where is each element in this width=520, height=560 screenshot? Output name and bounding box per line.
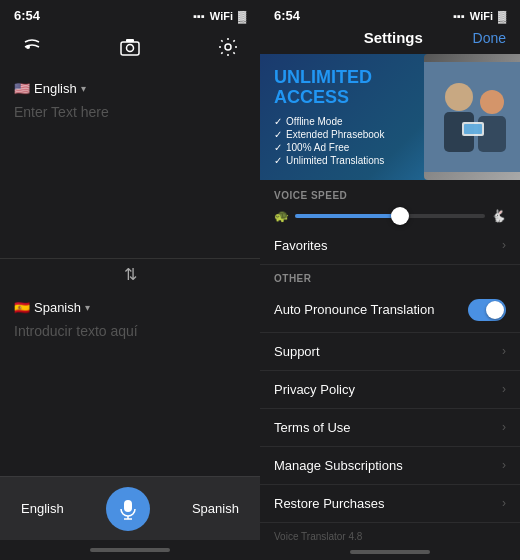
privacy-policy-label: Privacy Policy bbox=[274, 382, 355, 397]
manage-subscriptions-chevron-icon: › bbox=[502, 458, 506, 472]
privacy-policy-menu-item[interactable]: Privacy Policy › bbox=[260, 371, 520, 409]
right-status-bar: 6:54 ▪▪▪ WiFi ▓ bbox=[260, 0, 520, 27]
home-bar-right bbox=[350, 550, 430, 554]
voice-speed-section: VOICE SPEED 🐢 🐇 bbox=[260, 180, 520, 227]
promo-people-svg bbox=[424, 62, 520, 172]
toggle-knob bbox=[486, 301, 504, 319]
manage-subscriptions-menu-item[interactable]: Manage Subscriptions › bbox=[260, 447, 520, 485]
svg-rect-14 bbox=[464, 124, 482, 134]
right-status-icons: ▪▪▪ WiFi ▓ bbox=[453, 10, 506, 22]
wifi-icon: WiFi bbox=[210, 10, 233, 22]
check-icon-2: ✓ bbox=[274, 129, 282, 140]
voice-speed-slider-row: 🐢 🐇 bbox=[274, 209, 506, 223]
svg-rect-5 bbox=[124, 500, 132, 512]
support-right: › bbox=[502, 344, 506, 358]
version-text: Voice Translator 4.8 bbox=[260, 523, 520, 544]
manage-subscriptions-right: › bbox=[502, 458, 506, 472]
right-signal-icon: ▪▪▪ bbox=[453, 10, 465, 22]
fast-speed-icon: 🐇 bbox=[491, 209, 506, 223]
privacy-policy-chevron-icon: › bbox=[502, 382, 506, 396]
spanish-button[interactable]: Spanish bbox=[192, 501, 239, 516]
svg-point-11 bbox=[480, 90, 504, 114]
home-bar-left bbox=[90, 548, 170, 552]
right-header: Settings Done bbox=[260, 27, 520, 54]
feature-label-1: Offline Mode bbox=[286, 116, 343, 127]
left-top-section: 🇺🇸 English ▾ Enter Text here bbox=[0, 71, 260, 258]
svg-point-4 bbox=[225, 44, 231, 50]
settings-title: Settings bbox=[314, 29, 473, 46]
svg-point-9 bbox=[445, 83, 473, 111]
target-language-selector[interactable]: 🇪🇸 Spanish ▾ bbox=[14, 300, 246, 315]
right-wifi-icon: WiFi bbox=[470, 10, 493, 22]
left-toolbar bbox=[0, 27, 260, 71]
voice-speed-slider[interactable] bbox=[295, 214, 485, 218]
target-lang-chevron-icon: ▾ bbox=[85, 302, 90, 313]
target-text-area: Introducir texto aquí bbox=[14, 323, 246, 467]
source-text-input[interactable]: Enter Text here bbox=[14, 104, 246, 248]
restore-purchases-menu-item[interactable]: Restore Purchases › bbox=[260, 485, 520, 523]
mic-button[interactable] bbox=[106, 487, 150, 531]
target-flag: 🇪🇸 bbox=[14, 300, 30, 315]
done-button[interactable]: Done bbox=[473, 30, 506, 46]
source-language-label: English bbox=[34, 81, 77, 96]
manage-subscriptions-label: Manage Subscriptions bbox=[274, 458, 403, 473]
right-time: 6:54 bbox=[274, 8, 300, 23]
svg-rect-3 bbox=[126, 39, 134, 42]
camera-icon[interactable] bbox=[114, 31, 146, 63]
bottom-bar: English Spanish bbox=[0, 476, 260, 540]
menu-list: Favorites › OTHER Auto Pronounce Transla… bbox=[260, 227, 520, 544]
swap-divider: ⇅ bbox=[0, 258, 260, 290]
source-flag: 🇺🇸 bbox=[14, 81, 30, 96]
support-label: Support bbox=[274, 344, 320, 359]
auto-pronounce-toggle[interactable] bbox=[468, 299, 506, 321]
promo-image bbox=[424, 54, 520, 180]
left-panel: 6:54 ▪▪▪ WiFi ▓ bbox=[0, 0, 260, 560]
slow-speed-icon: 🐢 bbox=[274, 209, 289, 223]
other-section-label: OTHER bbox=[260, 265, 520, 288]
home-indicator-right bbox=[260, 544, 520, 560]
source-lang-chevron-icon: ▾ bbox=[81, 83, 86, 94]
auto-pronounce-menu-item[interactable]: Auto Pronounce Translation bbox=[260, 288, 520, 333]
battery-icon: ▓ bbox=[238, 10, 246, 22]
feature-label-4: Unlimited Translations bbox=[286, 155, 384, 166]
support-chevron-icon: › bbox=[502, 344, 506, 358]
check-icon-3: ✓ bbox=[274, 142, 282, 153]
terms-of-use-label: Terms of Use bbox=[274, 420, 351, 435]
terms-of-use-menu-item[interactable]: Terms of Use › bbox=[260, 409, 520, 447]
feature-label-3: 100% Ad Free bbox=[286, 142, 349, 153]
voice-speed-label: VOICE SPEED bbox=[274, 190, 506, 201]
svg-point-2 bbox=[127, 45, 134, 52]
settings-icon[interactable] bbox=[212, 31, 244, 63]
svg-point-0 bbox=[26, 45, 30, 49]
slider-thumb[interactable] bbox=[391, 207, 409, 225]
swap-icon[interactable]: ⇅ bbox=[124, 265, 137, 284]
terms-of-use-chevron-icon: › bbox=[502, 420, 506, 434]
check-icon-4: ✓ bbox=[274, 155, 282, 166]
favorites-chevron-icon: › bbox=[502, 238, 506, 252]
restore-purchases-label: Restore Purchases bbox=[274, 496, 385, 511]
left-status-icons: ▪▪▪ WiFi ▓ bbox=[193, 10, 246, 22]
favorites-right: › bbox=[502, 238, 506, 252]
signal-icon: ▪▪▪ bbox=[193, 10, 205, 22]
right-battery-icon: ▓ bbox=[498, 10, 506, 22]
auto-pronounce-right bbox=[468, 299, 506, 321]
left-status-bar: 6:54 ▪▪▪ WiFi ▓ bbox=[0, 0, 260, 27]
support-menu-item[interactable]: Support › bbox=[260, 333, 520, 371]
terms-of-use-right: › bbox=[502, 420, 506, 434]
auto-pronounce-label: Auto Pronounce Translation bbox=[274, 302, 434, 317]
privacy-policy-right: › bbox=[502, 382, 506, 396]
favorites-label: Favorites bbox=[274, 238, 327, 253]
promo-banner[interactable]: UNLIMITEDACCESS ✓ Offline Mode ✓ Extende… bbox=[260, 54, 520, 180]
translate-icon[interactable] bbox=[16, 31, 48, 63]
check-icon-1: ✓ bbox=[274, 116, 282, 127]
slider-fill bbox=[295, 214, 400, 218]
left-time: 6:54 bbox=[14, 8, 40, 23]
english-button[interactable]: English bbox=[21, 501, 64, 516]
favorites-menu-item[interactable]: Favorites › bbox=[260, 227, 520, 265]
left-bottom-section: 🇪🇸 Spanish ▾ Introducir texto aquí bbox=[0, 290, 260, 477]
right-panel: 6:54 ▪▪▪ WiFi ▓ Settings Done UNLIMITEDA… bbox=[260, 0, 520, 560]
target-language-label: Spanish bbox=[34, 300, 81, 315]
source-language-selector[interactable]: 🇺🇸 English ▾ bbox=[14, 81, 246, 96]
home-indicator-left bbox=[0, 540, 260, 560]
feature-label-2: Extended Phrasebook bbox=[286, 129, 384, 140]
